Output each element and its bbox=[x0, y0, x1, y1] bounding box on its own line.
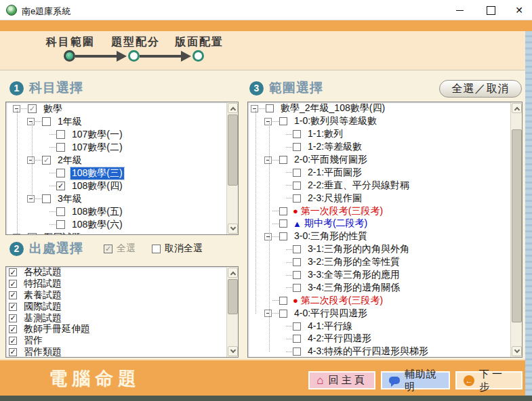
checkbox[interactable] bbox=[279, 297, 287, 305]
scroll-thumb[interactable] bbox=[512, 129, 522, 322]
checkbox[interactable] bbox=[9, 268, 17, 276]
scroll-up-button[interactable] bbox=[228, 268, 238, 278]
checkbox[interactable] bbox=[28, 104, 37, 113]
tree-item[interactable]: 108數學(五) bbox=[6, 205, 226, 218]
checkbox[interactable] bbox=[28, 233, 37, 234]
help-button[interactable]: 輔助說明 bbox=[381, 371, 450, 389]
list-item[interactable]: 習作類題 bbox=[6, 347, 226, 357]
close-button[interactable]: ✕ bbox=[508, 0, 531, 20]
tree-item[interactable]: 1-1:數列 bbox=[248, 128, 510, 141]
tree-item[interactable]: 1年級 bbox=[6, 115, 226, 128]
checkbox[interactable] bbox=[279, 232, 287, 240]
tree-item[interactable]: 2-3:尺規作圖 bbox=[248, 192, 510, 205]
select-all-checkbox[interactable] bbox=[104, 245, 112, 253]
tree-item[interactable]: 3-1:三角形的內角與外角 bbox=[248, 243, 510, 256]
checkbox[interactable] bbox=[9, 348, 17, 356]
tree-item[interactable]: 107數學(二) bbox=[6, 141, 226, 154]
checkbox[interactable] bbox=[293, 130, 301, 138]
tree-item[interactable]: 2-0:平面幾何圖形 bbox=[248, 154, 510, 167]
tree-item[interactable]: 107數學(一) bbox=[6, 128, 226, 141]
checkbox[interactable] bbox=[9, 291, 17, 299]
tree-item[interactable]: 2-1:平面圖形 bbox=[248, 166, 510, 179]
step-circle[interactable] bbox=[192, 50, 204, 62]
tree-item[interactable]: 數學_2年級_108數學(四) bbox=[248, 102, 510, 115]
list-item[interactable]: 素養試題 bbox=[6, 290, 226, 301]
list-item[interactable]: 習作 bbox=[6, 335, 226, 347]
expander-icon[interactable] bbox=[27, 195, 35, 203]
checkbox[interactable] bbox=[279, 156, 287, 164]
step-page-layout[interactable]: 版面配置 bbox=[175, 35, 224, 49]
tree-item[interactable]: 2年級 bbox=[6, 154, 226, 167]
subject-tree-scrollbar[interactable] bbox=[226, 102, 238, 234]
maximize-button[interactable] bbox=[479, 0, 502, 20]
expander-icon[interactable] bbox=[264, 233, 272, 240]
checkbox[interactable] bbox=[56, 169, 65, 177]
tree-item[interactable]: 3-3:全等三角形的應用 bbox=[248, 269, 510, 282]
scroll-down-button[interactable] bbox=[228, 346, 238, 356]
checkbox[interactable] bbox=[9, 303, 17, 311]
checkbox[interactable] bbox=[293, 322, 301, 331]
tree-item[interactable]: 108數學(六) bbox=[6, 218, 226, 231]
checkbox[interactable] bbox=[56, 143, 65, 152]
checkbox[interactable] bbox=[293, 271, 301, 279]
checkbox[interactable] bbox=[279, 310, 287, 318]
step-question-allocation[interactable]: 題型配分 bbox=[111, 35, 160, 49]
checkbox[interactable] bbox=[42, 156, 51, 165]
select-all-checkbox-group[interactable]: 全選 bbox=[104, 242, 136, 255]
checkbox[interactable] bbox=[56, 207, 65, 216]
tree-item[interactable]: ▲期中考(二段考) bbox=[248, 217, 510, 230]
tree-item[interactable]: 4-1:平行線 bbox=[248, 320, 510, 333]
expander-icon[interactable] bbox=[264, 156, 272, 164]
scroll-up-button[interactable] bbox=[512, 103, 522, 113]
tree-item[interactable]: 4-0:平行與四邊形 bbox=[248, 307, 510, 320]
checkbox[interactable] bbox=[42, 194, 51, 203]
checkbox[interactable] bbox=[293, 169, 301, 177]
tree-item[interactable]: 108數學(三) bbox=[6, 167, 226, 180]
scroll-thumb[interactable] bbox=[228, 114, 238, 186]
list-item[interactable]: 特招試題 bbox=[6, 278, 226, 290]
tree-item[interactable]: 數學 bbox=[6, 102, 226, 115]
tree-item[interactable]: ●第一次段考(三段考) bbox=[248, 205, 510, 217]
checkbox[interactable] bbox=[56, 220, 65, 229]
step-circle-active[interactable] bbox=[64, 50, 75, 62]
list-item[interactable]: 各校試題 bbox=[6, 267, 226, 278]
checkbox[interactable] bbox=[293, 258, 301, 266]
checkbox[interactable] bbox=[293, 335, 301, 343]
scroll-down-button[interactable] bbox=[512, 346, 522, 356]
tree-item[interactable]: 108數學(四) bbox=[6, 180, 226, 192]
checkbox[interactable] bbox=[279, 219, 287, 228]
tree-item[interactable]: ●第二次段考(三段考) bbox=[248, 294, 510, 307]
select-all-toggle-button[interactable]: 全選／取消 bbox=[439, 80, 522, 98]
checkbox[interactable] bbox=[9, 314, 17, 322]
tree-item[interactable]: 3-4:三角形的邊角關係 bbox=[248, 281, 510, 294]
deselect-all-checkbox-group[interactable]: 取消全選 bbox=[152, 242, 203, 255]
checkbox[interactable] bbox=[56, 130, 65, 139]
checkbox[interactable] bbox=[9, 280, 17, 288]
checkbox[interactable] bbox=[293, 347, 301, 356]
step-circle[interactable] bbox=[128, 50, 140, 62]
tree-item[interactable]: 3-2:三角形的全等性質 bbox=[248, 256, 510, 269]
checkbox[interactable] bbox=[293, 284, 301, 292]
deselect-all-checkbox[interactable] bbox=[152, 245, 161, 253]
list-item[interactable]: 教師手冊延伸題 bbox=[6, 324, 226, 335]
checkbox[interactable] bbox=[56, 182, 65, 190]
expander-icon[interactable] bbox=[27, 118, 35, 125]
source-list-scrollbar[interactable] bbox=[226, 267, 238, 357]
expander-icon[interactable] bbox=[27, 156, 35, 164]
expander-icon[interactable] bbox=[264, 310, 272, 317]
tree-item[interactable]: 3-0:三角形的性質 bbox=[248, 230, 510, 243]
tree-item[interactable]: 3年級 bbox=[6, 192, 226, 205]
checkbox[interactable] bbox=[9, 325, 17, 333]
tree-item[interactable]: 4-2:平行四邊形 bbox=[248, 333, 510, 345]
scroll-up-button[interactable] bbox=[228, 103, 238, 113]
expander-icon[interactable] bbox=[264, 118, 272, 125]
scroll-thumb[interactable] bbox=[228, 279, 238, 314]
checkbox[interactable] bbox=[293, 245, 301, 253]
list-item[interactable]: 國際試題 bbox=[6, 301, 226, 312]
next-step-button[interactable]: ← 下一步 bbox=[455, 371, 523, 389]
home-button[interactable]: ⌂ 回主頁 bbox=[308, 371, 375, 389]
tree-item[interactable]: 1-0:數列與等差級數 bbox=[248, 115, 510, 128]
scroll-down-button[interactable] bbox=[228, 224, 238, 234]
range-tree-scrollbar[interactable] bbox=[510, 102, 522, 357]
list-item[interactable]: 基測試題 bbox=[6, 312, 226, 324]
